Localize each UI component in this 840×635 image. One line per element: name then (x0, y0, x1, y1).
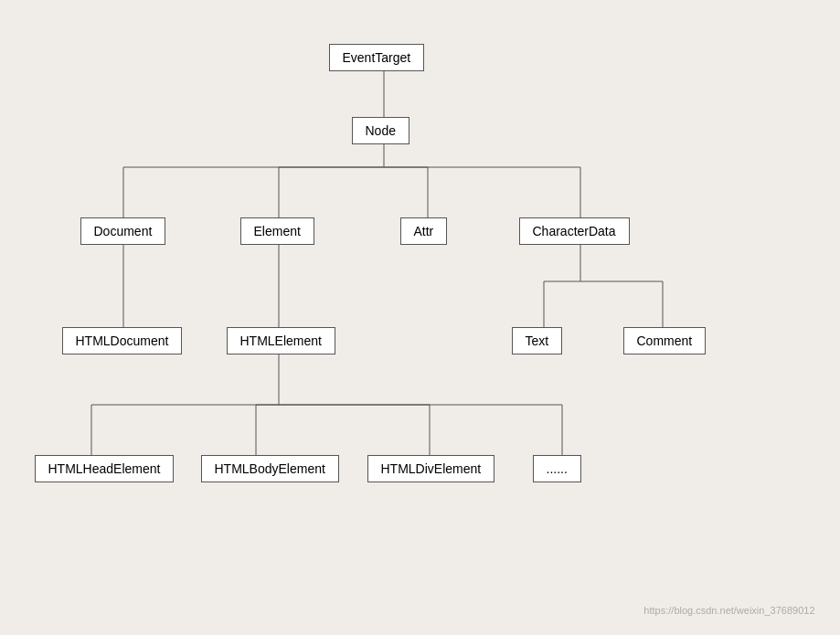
node-Ellipsis: ...... (533, 455, 581, 482)
node-HTMLBodyElement: HTMLBodyElement (201, 455, 339, 482)
node-Text: Text (512, 327, 563, 355)
diagram-container: EventTarget Node Document Element Attr C… (18, 16, 823, 619)
node-Attr: Attr (400, 217, 448, 245)
node-EventTarget: EventTarget (329, 44, 425, 71)
node-Node: Node (352, 117, 409, 144)
node-HTMLDivElement: HTMLDivElement (367, 455, 495, 482)
connector-lines (18, 16, 823, 619)
node-Element: Element (240, 217, 314, 245)
watermark: https://blog.csdn.net/weixin_37689012 (643, 605, 814, 616)
node-HTMLHeadElement: HTMLHeadElement (35, 455, 175, 482)
node-HTMLDocument: HTMLDocument (62, 327, 183, 355)
node-Document: Document (80, 217, 166, 245)
node-Comment: Comment (623, 327, 707, 355)
node-CharacterData: CharacterData (519, 217, 630, 245)
node-HTMLElement: HTMLElement (227, 327, 335, 355)
